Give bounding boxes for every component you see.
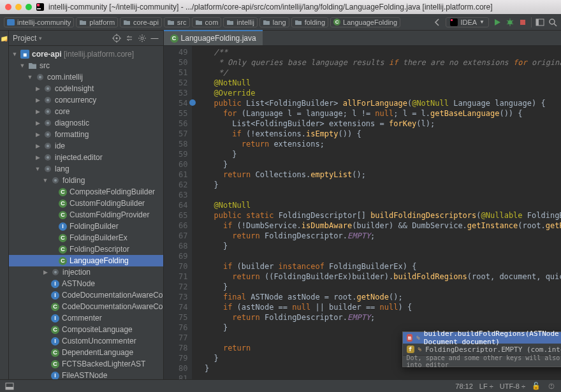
- svg-rect-37: [6, 387, 13, 389]
- tree-item[interactable]: ▼lang: [9, 163, 163, 175]
- run-config-label: IDEA: [460, 18, 477, 26]
- svg-point-29: [47, 156, 49, 159]
- svg-rect-1: [37, 4, 40, 6]
- left-toolwindow-stripe[interactable]: 📁: [0, 31, 9, 379]
- tree-item[interactable]: CFoldingDescriptor: [9, 243, 163, 255]
- svg-point-15: [39, 76, 41, 78]
- tree-item[interactable]: ▼src: [9, 60, 163, 71]
- tree-item[interactable]: ▶injection: [9, 266, 163, 278]
- svg-point-12: [115, 37, 117, 39]
- tool-windows-icon[interactable]: [5, 382, 14, 391]
- hide-icon[interactable]: —: [150, 34, 159, 43]
- svg-point-6: [508, 20, 513, 24]
- tree-item[interactable]: CFCTSBackedLighterAST: [9, 358, 163, 370]
- svg-rect-9: [536, 19, 539, 25]
- tree-item[interactable]: ICustomUncommenter: [9, 335, 163, 347]
- tree-item[interactable]: CCustomFoldingBuilder: [9, 198, 163, 209]
- tree-item[interactable]: ▼■core-api [intellij.platform.core]: [9, 48, 163, 60]
- tree-item[interactable]: ICodeDocumentationAwareCo: [9, 289, 163, 301]
- tree-item[interactable]: ▼com.intellij: [9, 71, 163, 83]
- tree-item[interactable]: ▶diagnostic: [9, 117, 163, 129]
- breadcrumb-item[interactable]: com: [192, 17, 222, 27]
- search-icon[interactable]: [548, 18, 557, 27]
- debug-icon[interactable]: [506, 18, 514, 27]
- svg-point-27: [47, 145, 49, 147]
- editor-tab[interactable]: C LanguageFolding.java: [164, 30, 263, 45]
- tree-item[interactable]: ▶ide: [9, 140, 163, 152]
- back-icon[interactable]: [433, 18, 442, 27]
- svg-point-13: [141, 37, 143, 40]
- editor-tabs[interactable]: C LanguageFolding.java: [164, 31, 561, 46]
- tree-item[interactable]: ▶concurrency: [9, 94, 163, 106]
- breadcrumb-item[interactable]: src: [164, 17, 190, 27]
- app-icon: [36, 3, 45, 11]
- caret-position[interactable]: 78:12: [455, 382, 473, 390]
- svg-point-33: [54, 179, 57, 182]
- svg-point-17: [47, 87, 49, 90]
- project-tool-tab[interactable]: 📁: [0, 31, 8, 48]
- collapse-all-icon[interactable]: [125, 34, 134, 43]
- breadcrumb-item[interactable]: core-api: [120, 17, 162, 27]
- tree-item[interactable]: ▶codeInsight: [9, 83, 163, 94]
- tree-item[interactable]: ICommenter: [9, 312, 163, 324]
- line-ending[interactable]: LF ÷: [479, 382, 493, 390]
- stop-icon[interactable]: [518, 18, 527, 27]
- svg-point-10: [550, 19, 555, 24]
- maximize-window-icon[interactable]: [26, 4, 32, 10]
- readonly-icon[interactable]: 🔓: [532, 382, 541, 390]
- svg-point-39: [551, 388, 552, 389]
- tree-item[interactable]: IFoldingBuilder: [9, 221, 163, 232]
- svg-point-25: [47, 133, 49, 136]
- editor-tab-label: LanguageFolding.java: [181, 34, 256, 43]
- project-tree[interactable]: ▼■core-api [intellij.platform.core]▼src▼…: [9, 46, 163, 379]
- tree-item[interactable]: IFileASTNode: [9, 370, 163, 379]
- breadcrumb-item[interactable]: folding: [291, 17, 328, 27]
- project-panel-header: Project ▾ —: [9, 31, 163, 46]
- breadcrumb-item[interactable]: intellij: [223, 17, 258, 27]
- project-panel: Project ▾ — ▼■core-api [intellij.platfor…: [9, 31, 164, 379]
- tree-item[interactable]: CLanguageFolding: [9, 255, 163, 266]
- svg-rect-2: [37, 8, 41, 10]
- tree-item[interactable]: CCompositeFoldingBuilder: [9, 186, 163, 198]
- completion-hint: Dot, space and some other keys will also…: [403, 355, 561, 367]
- tree-item[interactable]: CCompositeLanguage: [9, 324, 163, 335]
- tree-item[interactable]: CCodeDocumentationAwareCo: [9, 301, 163, 312]
- tree-item[interactable]: ▶core: [9, 106, 163, 117]
- breadcrumb-item[interactable]: CLanguageFolding: [330, 17, 400, 27]
- editor-area: C LanguageFolding.java 49505152535455565…: [164, 31, 561, 379]
- svg-point-31: [47, 168, 49, 170]
- gear-icon[interactable]: [138, 34, 147, 43]
- locate-icon[interactable]: [112, 34, 121, 43]
- svg-rect-5: [451, 19, 453, 21]
- svg-point-19: [47, 99, 49, 101]
- project-panel-title: Project: [13, 34, 36, 43]
- breadcrumb-item[interactable]: lang: [259, 17, 289, 27]
- tree-item[interactable]: CDependentLanguage: [9, 347, 163, 358]
- svg-point-35: [54, 271, 57, 273]
- window-controls[interactable]: [5, 4, 32, 10]
- completion-item[interactable]: m%builder.buildFoldRegions(ASTNode node,…: [403, 332, 561, 344]
- tree-item[interactable]: CFoldingBuilderEx: [9, 232, 163, 243]
- svg-rect-3: [7, 19, 15, 25]
- tree-item[interactable]: ▶formatting: [9, 129, 163, 140]
- gutter[interactable]: 4950515253545556575859606162636465666768…: [164, 46, 192, 379]
- statusbar: 78:12 LF ÷ UTF-8 ÷ 🔓: [0, 379, 561, 392]
- minimize-window-icon[interactable]: [15, 4, 22, 10]
- tree-item[interactable]: CCustomFoldingProvider: [9, 209, 163, 221]
- completion-item[interactable]: f%FoldingDescriptor.EMPTY (com.intellij.…: [403, 344, 561, 355]
- svg-point-23: [47, 122, 49, 124]
- navbar: intellij-communityplatformcore-apisrccom…: [0, 14, 561, 31]
- breadcrumb-item[interactable]: platform: [76, 17, 118, 27]
- class-icon: C: [170, 34, 178, 43]
- inspections-icon[interactable]: [547, 382, 556, 391]
- layout-icon[interactable]: [536, 18, 544, 27]
- run-icon[interactable]: [493, 18, 502, 27]
- breadcrumb-item[interactable]: intellij-community: [4, 17, 74, 27]
- completion-popup[interactable]: m%builder.buildFoldRegions(ASTNode node,…: [402, 331, 561, 367]
- run-config-selector[interactable]: IDEA ▼: [446, 17, 489, 27]
- tree-item[interactable]: IASTNode: [9, 278, 163, 289]
- tree-item[interactable]: ▼folding: [9, 175, 163, 186]
- encoding[interactable]: UTF-8 ÷: [500, 382, 525, 390]
- tree-item[interactable]: ▶injected.editor: [9, 152, 163, 163]
- close-window-icon[interactable]: [5, 4, 11, 10]
